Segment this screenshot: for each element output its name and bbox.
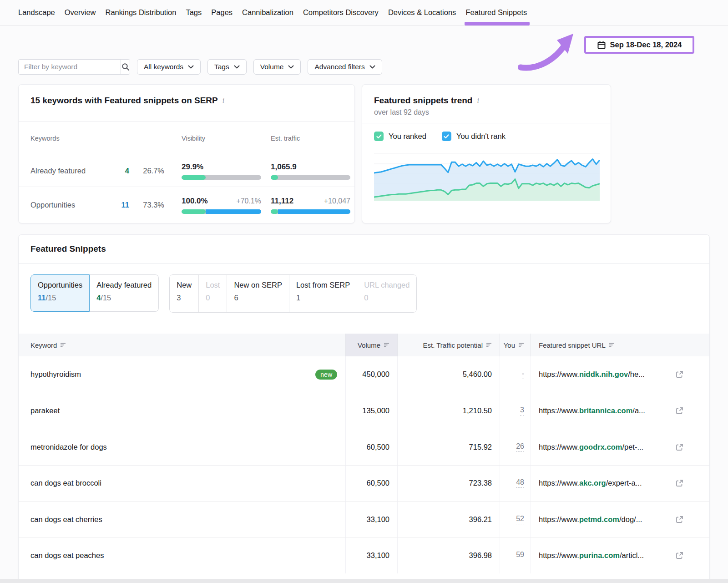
nav-tab-competitors-discovery[interactable]: Competitors Discovery bbox=[303, 1, 379, 25]
snippet-url-link[interactable]: https://www.britannica.com/a... bbox=[539, 406, 645, 415]
col-header-label: You bbox=[504, 341, 515, 349]
tab-already-featured[interactable]: Already featured4/15 bbox=[90, 274, 159, 312]
checkbox-you-didn-t-rank[interactable] bbox=[442, 132, 451, 141]
dropdown-tags[interactable]: Tags bbox=[207, 59, 247, 75]
open-url-button[interactable] bbox=[667, 443, 684, 451]
volume-cell: 450,000 bbox=[345, 356, 397, 393]
col-header-est-traffic-potential[interactable]: Est. Traffic potential bbox=[397, 334, 500, 356]
keyword-filter-input[interactable] bbox=[19, 60, 121, 74]
tab-count: 11/15 bbox=[38, 294, 82, 302]
traffic-potential-cell: 396.98 bbox=[397, 538, 500, 574]
counter-value: 0 bbox=[364, 294, 410, 302]
col-header-volume[interactable]: Volume bbox=[345, 334, 397, 356]
bottom-scroll-strip[interactable] bbox=[0, 579, 728, 583]
nav-tab-cannibalization[interactable]: Cannibalization bbox=[242, 1, 293, 25]
nav-tab-devices-locations[interactable]: Devices & Locations bbox=[388, 1, 456, 25]
summary-row-already-featured: Already featured426.7%29.9%1,065.9 bbox=[19, 155, 354, 187]
volume-cell: 135,000 bbox=[345, 393, 397, 429]
chevron-down-icon bbox=[369, 65, 375, 69]
summary-row-label-cell: Opportunities1173.3% bbox=[30, 201, 182, 209]
traffic-potential-cell: 723.38 bbox=[397, 466, 500, 502]
table-row: can dogs eat broccoli60,500723.3848https… bbox=[19, 465, 709, 502]
summary-row-label: Opportunities bbox=[30, 201, 117, 209]
counter-new[interactable]: New3 bbox=[170, 275, 198, 312]
you-rank-link[interactable]: 48 bbox=[516, 478, 524, 488]
info-icon[interactable]: i bbox=[222, 96, 224, 105]
you-rank-cell: 48 bbox=[500, 466, 531, 502]
keyword-cell: can dogs eat peaches bbox=[19, 538, 345, 574]
snippet-url-link[interactable]: https://www.goodrx.com/pet-... bbox=[539, 443, 643, 451]
trend-chart-svg bbox=[374, 149, 600, 203]
summary-card: 15 keywords with Featured snippets on SE… bbox=[18, 84, 355, 223]
legend-you-didn-t-rank[interactable]: You didn't rank bbox=[442, 132, 506, 141]
chevron-down-icon bbox=[288, 65, 294, 69]
snippet-url-link[interactable]: https://www.akc.org/expert-a... bbox=[539, 479, 642, 487]
open-url-button[interactable] bbox=[667, 515, 684, 524]
sort-icon[interactable] bbox=[609, 342, 615, 348]
keyword-cell: hypothyroidismnew bbox=[19, 356, 345, 393]
you-rank-link[interactable]: - bbox=[522, 370, 524, 379]
open-url-button[interactable] bbox=[667, 406, 684, 415]
dropdown-volume[interactable]: Volume bbox=[253, 59, 301, 75]
date-range-picker[interactable]: Sep 18-Dec 18, 2024 bbox=[584, 36, 694, 54]
col-header-keyword[interactable]: Keyword bbox=[19, 334, 345, 356]
snippet-url-link[interactable]: https://www.niddk.nih.gov/he... bbox=[539, 370, 645, 379]
tab-opportunities[interactable]: Opportunities11/15 bbox=[30, 274, 90, 312]
info-icon[interactable]: i bbox=[476, 96, 479, 105]
nav-tab-pages[interactable]: Pages bbox=[211, 1, 233, 25]
bar-segment-green bbox=[182, 209, 206, 214]
checkbox-you-ranked[interactable] bbox=[374, 132, 384, 141]
you-rank-link[interactable]: 26 bbox=[516, 442, 524, 452]
snippet-url-link[interactable]: https://www.petmd.com/dog/... bbox=[539, 515, 642, 524]
you-rank-cell: 59 bbox=[500, 538, 531, 574]
search-button[interactable] bbox=[121, 60, 130, 74]
nav-tab-tags[interactable]: Tags bbox=[186, 1, 202, 25]
nav-tab-rankings-distribution[interactable]: Rankings Distribution bbox=[106, 1, 177, 25]
filter-bar: All keywordsTagsVolumeAdvanced filters bbox=[18, 59, 382, 75]
you-rank-link[interactable]: 3 bbox=[520, 406, 524, 416]
url-domain: purina.com bbox=[579, 551, 620, 559]
nav-tab-featured-snippets[interactable]: Featured Snippets bbox=[465, 1, 527, 25]
summary-col-est-traffic: Est. traffic bbox=[271, 135, 355, 142]
bar-segment-green bbox=[182, 175, 206, 180]
featured-snippets-card: Featured Snippets Opportunities11/15Alre… bbox=[18, 234, 710, 583]
est-traffic: 11,112+10,047 bbox=[271, 197, 350, 214]
new-badge: new bbox=[315, 370, 337, 380]
you-rank-link[interactable]: 52 bbox=[516, 515, 524, 524]
sort-icon[interactable] bbox=[60, 342, 66, 348]
col-header-you[interactable]: You bbox=[500, 334, 531, 356]
nav-tab-landscape[interactable]: Landscape bbox=[18, 1, 55, 25]
sort-icon[interactable] bbox=[518, 342, 524, 348]
snippet-url-link[interactable]: https://www.purina.com/articl... bbox=[539, 551, 644, 560]
dropdown-advanced-filters[interactable]: Advanced filters bbox=[308, 59, 382, 75]
open-url-button[interactable] bbox=[667, 551, 684, 560]
est-traffic-bar bbox=[271, 175, 350, 180]
nav-tab-overview[interactable]: Overview bbox=[65, 1, 96, 25]
snippet-url-cell: https://www.petmd.com/dog/... bbox=[531, 502, 710, 537]
open-url-button[interactable] bbox=[667, 479, 684, 487]
visibility-value: 100.0% bbox=[182, 197, 208, 206]
dropdown-label: Advanced filters bbox=[314, 63, 364, 71]
col-header-featured-snippet-url[interactable]: Featured snippet URL bbox=[531, 334, 710, 356]
keyword-text: can dogs eat peaches bbox=[30, 551, 337, 560]
you-rank-cell: - bbox=[500, 356, 531, 393]
snippet-url-cell: https://www.niddk.nih.gov/he... bbox=[531, 356, 710, 393]
tab-count: 4/15 bbox=[96, 294, 152, 302]
sort-icon[interactable] bbox=[486, 342, 492, 348]
snippet-url-cell: https://www.purina.com/articl... bbox=[531, 538, 710, 574]
volume-cell: 33,100 bbox=[345, 502, 397, 537]
counter-lost-from-serp[interactable]: Lost from SERP1 bbox=[289, 275, 357, 312]
dropdown-all-keywords[interactable]: All keywords bbox=[137, 59, 201, 75]
you-rank-link[interactable]: 59 bbox=[516, 551, 524, 560]
counter-new-on-serp[interactable]: New on SERP6 bbox=[227, 275, 288, 312]
trend-subtitle: over last 92 days bbox=[362, 106, 611, 123]
summary-row-count: 4 bbox=[117, 167, 129, 175]
visibility-values: 100.0%+70.1% bbox=[182, 197, 261, 206]
visibility: 29.9% bbox=[182, 162, 261, 180]
keyword-text: parakeet bbox=[30, 406, 337, 415]
sort-icon[interactable] bbox=[384, 342, 389, 348]
visibility-bar bbox=[182, 175, 261, 180]
table-row: can dogs eat peaches33,100396.9859https:… bbox=[19, 537, 709, 574]
legend-you-ranked[interactable]: You ranked bbox=[374, 132, 426, 141]
open-url-button[interactable] bbox=[667, 370, 684, 379]
